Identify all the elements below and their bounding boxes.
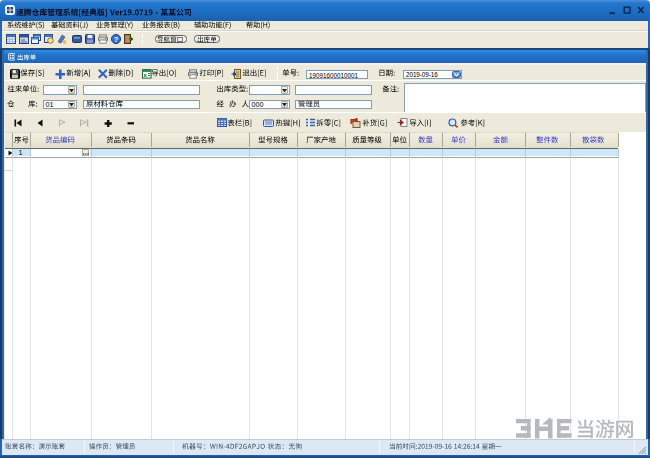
svg-text:?: ? xyxy=(114,34,119,43)
